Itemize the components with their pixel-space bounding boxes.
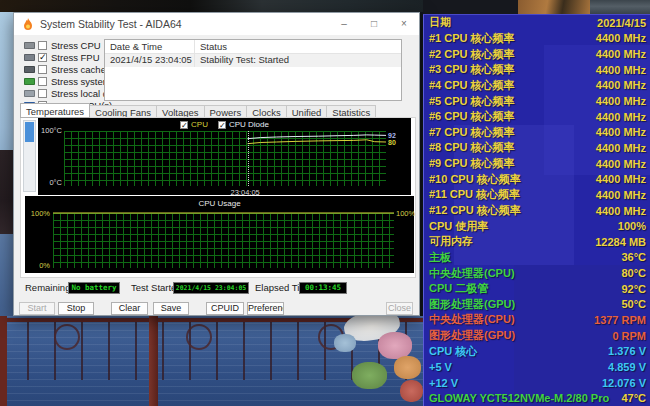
window-titlebar[interactable]: System Stability Test - AIDA64 –□×: [14, 13, 419, 35]
legend-item-cpu-diode: ✓CPU Diode: [218, 120, 269, 129]
sensor-row: 主板36°C: [424, 250, 650, 266]
checkbox-stress-system-memory[interactable]: [38, 77, 47, 86]
legend-checkbox-cpu-diode[interactable]: ✓: [218, 121, 226, 129]
chart-scrollbar-thumb[interactable]: [25, 122, 34, 142]
sensor-label: CPU 二极管: [429, 281, 488, 296]
stress-option-label: Stress FPU: [51, 52, 100, 63]
sensor-value: 4400 MHz: [596, 64, 646, 76]
chart-title: CPU Usage: [25, 199, 414, 208]
sensor-row: GLOWAY YCT512NVMe-M.2/80 Pro47°C: [424, 390, 650, 406]
sensor-value: 100%: [618, 220, 646, 232]
flower-pink: [378, 332, 412, 359]
sensor-value: 50°C: [621, 298, 646, 310]
sensor-value: 4400 MHz: [596, 158, 646, 170]
wallpaper-flowers: [336, 316, 423, 406]
stress-option-stress-cpu: Stress CPU: [24, 40, 104, 52]
stress-option-label: Stress cache: [51, 64, 106, 75]
wallpaper-top-right: [423, 0, 650, 14]
wallpaper-water: [0, 316, 423, 406]
sensor-label: 图形处理器(GPU): [429, 297, 515, 312]
sensor-value: 36°C: [621, 251, 646, 263]
save-button[interactable]: Save: [153, 302, 189, 315]
maximize-button[interactable]: □: [359, 13, 389, 35]
column-header-status[interactable]: Status: [195, 40, 401, 53]
legend-label: CPU Diode: [229, 120, 269, 129]
sensor-value: 4400 MHz: [596, 142, 646, 154]
checkbox-stress-local-disks[interactable]: [38, 89, 47, 98]
sensor-label: #8 CPU 核心频率: [429, 140, 515, 155]
sensor-value: 2021/4/15: [597, 17, 646, 29]
remaining-battery-value: No battery: [68, 282, 120, 294]
sensor-row: CPU 二极管92°C: [424, 281, 650, 297]
sensor-value: 0 RPM: [612, 330, 646, 342]
sensor-value: 4400 MHz: [596, 173, 646, 185]
stress-option-label: Stress CPU: [51, 40, 101, 51]
sensor-panel: 日期2021/4/15#1 CPU 核心频率4400 MHz#2 CPU 核心频…: [423, 14, 650, 406]
sensor-label: GLOWAY YCT512NVMe-M.2/80 Pro: [429, 392, 609, 404]
sensor-value: 12284 MB: [595, 236, 646, 248]
desktop: System Stability Test - AIDA64 –□× Stres…: [0, 0, 650, 406]
checkbox-stress-cache[interactable]: [38, 65, 47, 74]
sensor-label: 中央处理器(CPU): [429, 266, 515, 281]
sensor-row: 中央处理器(CPU)1377 RPM: [424, 312, 650, 328]
wallpaper-fence-loop: [54, 324, 80, 350]
sensor-row: +12 V12.076 V: [424, 375, 650, 391]
event-list-row[interactable]: 2021/4/15 23:04:05 Stability Test: Start…: [105, 54, 401, 67]
sensor-label: #4 CPU 核心频率: [429, 78, 515, 93]
stop-button[interactable]: Stop: [58, 302, 94, 315]
sensor-value: 4400 MHz: [596, 95, 646, 107]
sensor-row: 可用内存12284 MB: [424, 234, 650, 250]
legend-checkbox-cpu[interactable]: ✓: [180, 121, 188, 129]
sensor-label: CPU 核心: [429, 344, 477, 359]
temperature-chart: ✓CPU✓CPU Diode 100°C 0°C 23:04:05 9280: [38, 118, 411, 195]
aida64-flame-icon: [22, 18, 34, 31]
fpu-icon: [24, 54, 35, 61]
flower-blue: [334, 334, 356, 352]
flower-orange: [394, 356, 421, 379]
flower-red: [400, 380, 423, 402]
chart-legend: ✓CPU✓CPU Diode: [38, 120, 411, 129]
close-button[interactable]: ×: [389, 13, 419, 35]
sensor-row: #1 CPU 核心频率4400 MHz: [424, 31, 650, 47]
column-header-date-time[interactable]: Date & Time: [105, 40, 195, 53]
event-list: Date & Time Status 2021/4/15 23:04:05 St…: [104, 39, 402, 101]
window-controls: –□×: [329, 13, 419, 35]
test-start-marker: [248, 131, 249, 186]
cpuid-button[interactable]: CPUID: [206, 302, 244, 315]
sensor-row: #4 CPU 核心频率4400 MHz: [424, 78, 650, 94]
sensor-value: 4400 MHz: [596, 189, 646, 201]
preferences-button[interactable]: Preferences: [247, 302, 284, 315]
sensor-row: #9 CPU 核心频率4400 MHz: [424, 156, 650, 172]
y-axis-max-label: 100°C: [38, 126, 62, 135]
event-list-header: Date & Time Status: [105, 40, 401, 54]
sensor-label: 中央处理器(CPU): [429, 312, 515, 327]
minimize-button[interactable]: –: [329, 13, 359, 35]
series-line-cpu: [248, 140, 387, 144]
usage-max-right-label: 100%: [396, 209, 415, 218]
sensor-label: #3 CPU 核心频率: [429, 62, 515, 77]
tab-strip: TemperaturesCooling FansVoltagesPowersCl…: [20, 103, 376, 118]
temperature-series-lines: [64, 131, 386, 186]
y-axis-min-label: 0°C: [38, 178, 62, 187]
chart-scrollbar[interactable]: [23, 120, 36, 192]
legend-item-cpu: ✓CPU: [180, 120, 208, 129]
usage-series-line: [53, 213, 394, 268]
end-value-label-cpu: 80: [388, 139, 396, 146]
sensor-value: 12.076 V: [602, 377, 646, 389]
checkbox-stress-fpu[interactable]: [38, 53, 47, 62]
checkbox-stress-cpu[interactable]: [38, 41, 47, 50]
sensor-row: #8 CPU 核心频率4400 MHz: [424, 140, 650, 156]
sensor-row: #5 CPU 核心频率4400 MHz: [424, 93, 650, 109]
sensor-value: 1377 RPM: [594, 314, 646, 326]
sensor-label: #6 CPU 核心频率: [429, 109, 515, 124]
start-button[interactable]: Start: [19, 302, 55, 315]
clear-button[interactable]: Clear: [111, 302, 148, 315]
tab-temperatures[interactable]: Temperatures: [20, 103, 90, 118]
sensor-label: 图形处理器(GPU): [429, 328, 515, 343]
close-button[interactable]: Close: [386, 302, 413, 315]
stress-option-stress-cache: Stress cache: [24, 64, 104, 76]
series-line-cpu-diode: [248, 135, 387, 139]
window-title: System Stability Test - AIDA64: [40, 18, 182, 30]
wallpaper-orange-patch: [518, 0, 590, 14]
sensor-label: #9 CPU 核心频率: [429, 156, 515, 171]
